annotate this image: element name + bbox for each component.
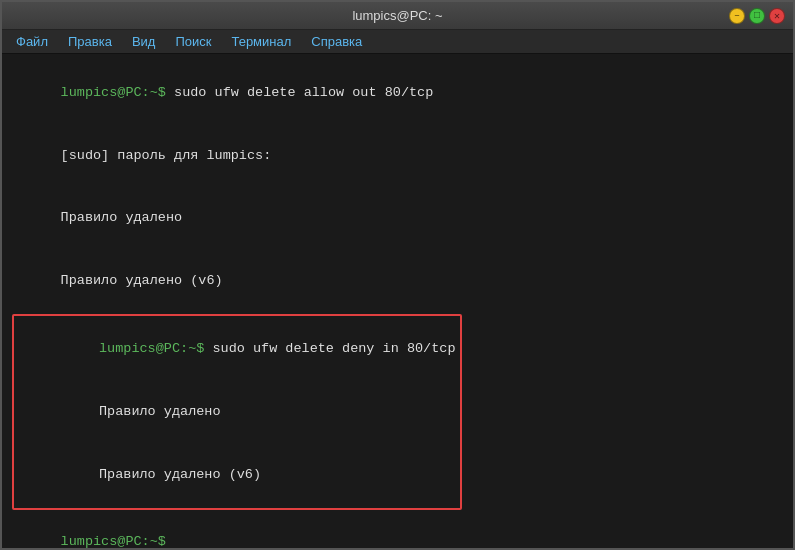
- window-title: lumpics@PC: ~: [352, 8, 442, 23]
- terminal-line: Правило удалено: [12, 188, 783, 251]
- menu-help[interactable]: Справка: [303, 32, 370, 51]
- terminal-line: Правило удалено (v6): [12, 250, 783, 313]
- titlebar: lumpics@PC: ~ – □ ✕: [2, 2, 793, 30]
- menu-edit[interactable]: Правка: [60, 32, 120, 51]
- terminal-line: lumpics@PC:~$ sudo ufw delete deny in 80…: [18, 318, 456, 381]
- terminal-line: lumpics@PC:~$: [12, 511, 783, 548]
- window-controls: – □ ✕: [729, 8, 785, 24]
- terminal-line: [sudo] пароль для lumpics:: [12, 125, 783, 188]
- menubar: Файл Правка Вид Поиск Терминал Справка: [2, 30, 793, 54]
- terminal-line: Правило удалено: [18, 381, 456, 444]
- terminal-line: Правило удалено (v6): [18, 444, 456, 507]
- minimize-button[interactable]: –: [729, 8, 745, 24]
- menu-view[interactable]: Вид: [124, 32, 164, 51]
- terminal-area[interactable]: lumpics@PC:~$ sudo ufw delete allow out …: [2, 54, 793, 548]
- menu-search[interactable]: Поиск: [167, 32, 219, 51]
- menu-terminal[interactable]: Терминал: [223, 32, 299, 51]
- menu-file[interactable]: Файл: [8, 32, 56, 51]
- close-button[interactable]: ✕: [769, 8, 785, 24]
- maximize-button[interactable]: □: [749, 8, 765, 24]
- highlight-block: lumpics@PC:~$ sudo ufw delete deny in 80…: [12, 314, 462, 510]
- terminal-window: lumpics@PC: ~ – □ ✕ Файл Правка Вид Поис…: [0, 0, 795, 550]
- terminal-line: lumpics@PC:~$ sudo ufw delete allow out …: [12, 62, 783, 125]
